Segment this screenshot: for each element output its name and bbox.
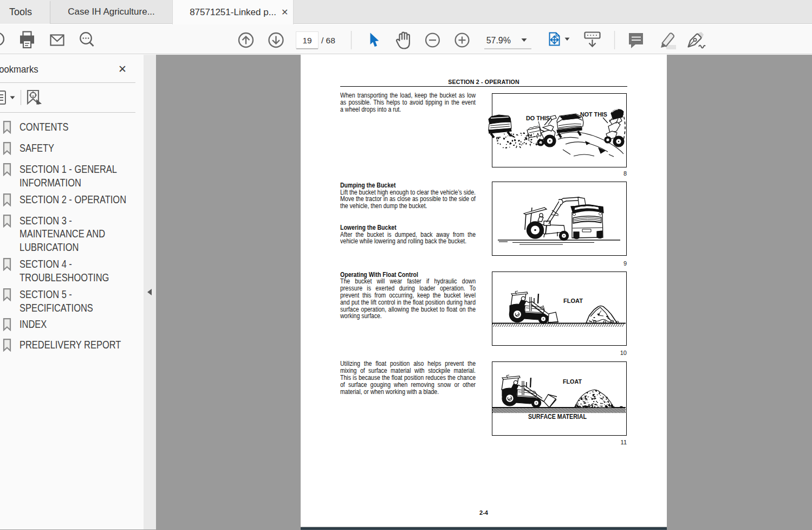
svg-text:NOT THIS: NOT THIS (580, 111, 607, 118)
svg-text:57.9%: 57.9% (486, 36, 511, 45)
svg-text:SURFACE MATERIAL: SURFACE MATERIAL (528, 413, 587, 421)
svg-text:FLOAT: FLOAT (563, 298, 583, 304)
svg-text:19: 19 (302, 36, 311, 45)
svg-text:DO THIS: DO THIS (526, 115, 550, 121)
svg-text:FLOAT: FLOAT (563, 378, 582, 385)
svg-text:/ 68: / 68 (321, 36, 335, 45)
